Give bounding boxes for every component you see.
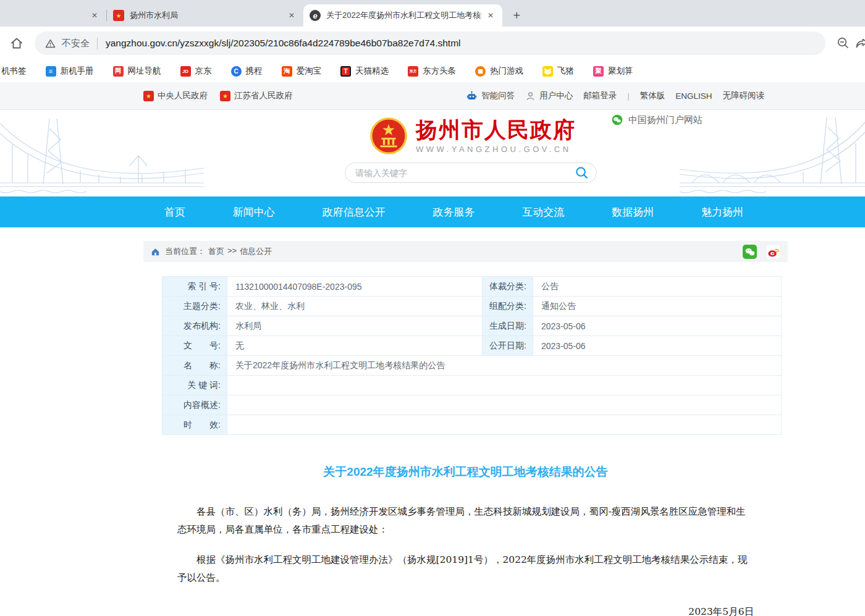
table-row: 关 键 词:: [162, 376, 782, 395]
share-wechat-icon[interactable]: [743, 245, 757, 259]
table-row: 索 引 号: 11321000014407098E-2023-095 体裁分类:…: [162, 277, 782, 297]
close-icon[interactable]: ✕: [286, 10, 297, 21]
meta-value: 农业、林业、水利: [227, 297, 483, 316]
browser-tab-strip: ✕ ★ 扬州市水利局 ✕ e 关于2022年度扬州市水利工程文明工地考核结果的公…: [0, 0, 865, 27]
nav-item-charm[interactable]: 魅力扬州: [701, 205, 743, 219]
wechat-icon: [611, 114, 623, 126]
article-paragraph: 各县（市、区）水利（务）局，扬州经济开发区城乡事务管理局，生态科技新城规划建设局…: [177, 503, 754, 538]
bookmark-games[interactable]: ▦ 热门游戏: [475, 65, 523, 77]
new-tab-button[interactable]: ＋: [507, 6, 526, 24]
nav-item-data[interactable]: 数据扬州: [612, 205, 654, 219]
bookmark-taobao[interactable]: 淘 爱淘宝: [282, 65, 322, 77]
meta-label: 体裁分类:: [483, 277, 533, 297]
security-label[interactable]: 不安全: [62, 38, 90, 49]
breadcrumb-label: 当前位置：: [165, 246, 205, 257]
meta-value: 关于2022年度扬州市水利工程文明工地考核结果的公告: [227, 356, 782, 376]
site-top-bar: ★ 中央人民政府 ★ 江苏省人民政府 智能问答 用户中心 邮箱登录 | 繁体版: [0, 82, 865, 110]
tab-active-announcement[interactable]: e 关于2022年度扬州市水利工程文明工地考核结果的公告 ✕: [303, 4, 502, 27]
site-title: 扬州市人民政府: [416, 118, 576, 142]
meta-label: 发布机构:: [162, 316, 227, 336]
manual-icon: ≡: [46, 66, 56, 77]
browser-toolbar: 不安全 yangzhou.gov.cn/yzszxxgk/slj/202305/…: [0, 27, 865, 60]
link-user-center[interactable]: 用户中心: [525, 90, 573, 101]
bookmark-phone-cropped[interactable]: 机书签: [1, 65, 27, 77]
content-container: 当前位置： 首页 >> 信息公开 索 引 号: 1132100001440709…: [143, 241, 788, 616]
table-row: 主题分类: 农业、林业、水利 组配分类: 通知公告: [162, 297, 782, 316]
link-accessibility[interactable]: 无障碍阅读: [723, 90, 765, 101]
toutiao-icon: 东方: [408, 66, 418, 77]
article: 关于2022年度扬州市水利工程文明工地考核结果的公告 各县（市、区）水利（务）局…: [143, 464, 788, 616]
site-header: 扬州市人民政府 WWW.YANGZHOU.GOV.CN 中国扬州门户网站: [0, 110, 865, 196]
link-english[interactable]: ENGLISH: [675, 91, 712, 101]
meta-label: 名 称:: [162, 356, 227, 376]
bookmark-ctrip[interactable]: C 携程: [231, 65, 263, 77]
gov-emblem-icon: ★: [143, 91, 154, 101]
meta-value: 公告: [533, 277, 782, 297]
url-text[interactable]: yangzhou.gov.cn/yzszxxgk/slj/202305/210c…: [106, 38, 461, 49]
article-date: 2023年5月6日: [177, 605, 754, 616]
bookmark-toutiao[interactable]: 东方 东方头条: [408, 65, 456, 77]
meta-value: 2023-05-06: [533, 316, 782, 336]
games-icon: ▦: [475, 66, 486, 77]
meta-label: 内容概述:: [162, 395, 227, 415]
bookmark-tmall[interactable]: T 天猫精选: [340, 65, 389, 77]
bookmark-fliggy[interactable]: 飞猪: [542, 65, 574, 77]
breadcrumb-home-link[interactable]: 首页: [208, 246, 224, 257]
bookmark-juhuasuan[interactable]: 聚 聚划算: [593, 65, 633, 77]
table-row: 名 称: 关于2022年度扬州市水利工程文明工地考核结果的公告: [162, 356, 782, 376]
address-bar[interactable]: 不安全 yangzhou.gov.cn/yzszxxgk/slj/202305/…: [35, 32, 825, 55]
jd-icon: JD: [180, 66, 191, 77]
breadcrumb-current[interactable]: 信息公开: [240, 246, 272, 257]
meta-value: 11321000014407098E-2023-095: [227, 277, 483, 297]
tab-cropped[interactable]: ✕: [0, 4, 106, 27]
meta-value: [227, 415, 782, 435]
fliggy-pig-icon: [542, 66, 553, 77]
close-icon[interactable]: ✕: [485, 10, 496, 21]
nav-item-home[interactable]: 首页: [164, 205, 185, 219]
meta-label: 索 引 号:: [162, 277, 227, 297]
search-input[interactable]: [355, 168, 575, 178]
share-icon[interactable]: [853, 34, 865, 53]
meta-label: 主题分类:: [162, 297, 227, 316]
link-smart-qa[interactable]: 智能问答: [466, 90, 515, 102]
breadcrumb: 当前位置： 首页 >> 信息公开: [143, 241, 788, 262]
url-nav-icon: 网: [113, 66, 124, 77]
meta-value: [227, 376, 782, 395]
nav-item-services[interactable]: 政务服务: [432, 205, 475, 219]
meta-value: 2023-05-06: [533, 336, 782, 356]
bookmark-manual[interactable]: ≡ 新机手册: [46, 65, 94, 77]
share-weibo-icon[interactable]: [766, 245, 780, 259]
meta-value: 无: [227, 336, 483, 356]
url-divider: [97, 38, 98, 49]
nav-item-interaction[interactable]: 互动交流: [522, 205, 564, 219]
meta-label: 组配分类:: [483, 297, 533, 316]
site-logo[interactable]: 扬州市人民政府 WWW.YANGZHOU.GOV.CN: [369, 117, 576, 155]
link-jiangsu-gov[interactable]: ★ 江苏省人民政府: [220, 90, 293, 101]
site-url-caption: WWW.YANGZHOU.GOV.CN: [416, 145, 576, 154]
close-icon[interactable]: ✕: [89, 10, 100, 21]
portal-link[interactable]: 中国扬州门户网站: [611, 114, 703, 126]
nav-item-news[interactable]: 新闻中心: [233, 205, 275, 219]
nav-item-gov-info[interactable]: 政府信息公开: [323, 205, 386, 219]
bookmark-url-nav[interactable]: 网 网址导航: [113, 65, 161, 77]
search-icon[interactable]: [575, 166, 589, 180]
bookmark-jd[interactable]: JD 京东: [180, 65, 212, 77]
tmall-icon: T: [340, 66, 351, 77]
link-traditional[interactable]: 繁体版: [640, 90, 665, 101]
main-nav: 首页 新闻中心 政府信息公开 政务服务 互动交流 数据扬州 魅力扬州: [0, 196, 865, 227]
zoom-out-icon[interactable]: [834, 34, 853, 53]
tab-title: 扬州市水利局: [130, 10, 282, 21]
table-row: 发布机构: 水利局 生成日期: 2023-05-06: [162, 316, 782, 336]
gov-emblem-favicon: ★: [113, 10, 124, 21]
table-row: 文 号: 无 公开日期: 2023-05-06: [162, 336, 782, 356]
bookmarks-bar: 机书签 ≡ 新机手册 网 网址导航 JD 京东 C 携程 淘 爱淘宝 T 天猫精…: [0, 60, 865, 82]
home-icon[interactable]: [151, 247, 160, 256]
link-mail-login[interactable]: 邮箱登录: [583, 90, 617, 101]
link-central-gov[interactable]: ★ 中央人民政府: [143, 90, 208, 101]
tab-yangzhou-water-bureau[interactable]: ★ 扬州市水利局 ✕: [107, 4, 303, 27]
taobao-icon: 淘: [282, 66, 292, 77]
home-icon[interactable]: [7, 34, 26, 53]
meta-label: 公开日期:: [483, 336, 533, 356]
document-meta-table: 索 引 号: 11321000014407098E-2023-095 体裁分类:…: [162, 276, 782, 435]
table-row: 时 效:: [162, 415, 782, 435]
